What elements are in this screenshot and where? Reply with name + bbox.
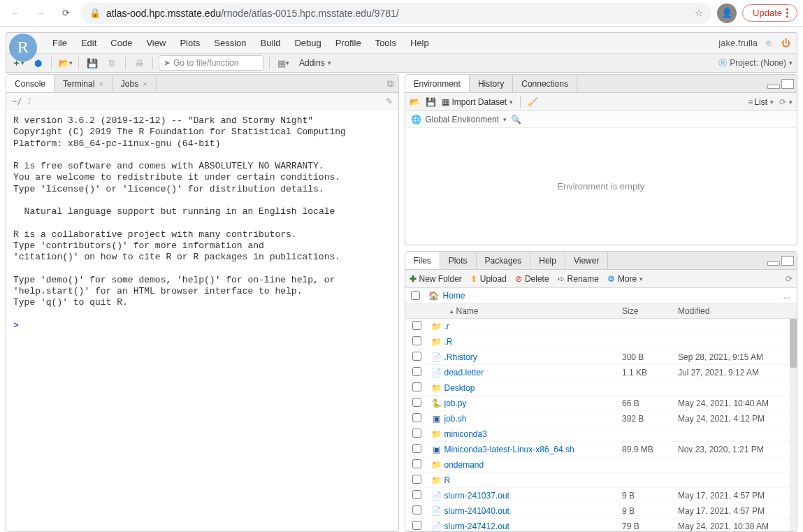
console-output[interactable]: R version 3.6.2 (2019-12-12) -- "Dark an…: [6, 110, 398, 531]
tab-viewer[interactable]: Viewer: [565, 252, 608, 269]
list-view-button[interactable]: ≡ List ▾: [748, 97, 774, 107]
more-button[interactable]: ⚙More ▾: [607, 274, 643, 284]
bookmark-star-icon[interactable]: ☆: [695, 8, 703, 18]
file-row[interactable]: 📄.Rhistory300 BSep 28, 2021, 9:15 AM: [405, 350, 797, 365]
file-checkbox[interactable]: [412, 321, 421, 330]
file-row[interactable]: ▣job.sh392 BMay 24, 2021, 4:12 PM: [405, 411, 797, 426]
menu-code[interactable]: Code: [110, 38, 132, 48]
address-bar[interactable]: 🔒 atlas-ood.hpc.msstate.edu/rnode/atlas-…: [81, 3, 711, 24]
file-checkbox[interactable]: [412, 367, 421, 376]
file-name[interactable]: job.py: [444, 398, 623, 408]
file-checkbox[interactable]: [412, 521, 421, 530]
file-name[interactable]: dead.letter: [444, 368, 623, 378]
update-button[interactable]: Update: [742, 4, 797, 22]
menu-tools[interactable]: Tools: [375, 38, 396, 48]
file-name[interactable]: job.sh: [444, 414, 623, 424]
col-name[interactable]: Name: [456, 306, 479, 316]
power-icon[interactable]: ⏻: [780, 38, 791, 49]
back-button[interactable]: ←: [6, 3, 25, 23]
tab-files[interactable]: Files: [405, 252, 440, 269]
col-size[interactable]: Size: [622, 306, 678, 316]
file-row[interactable]: 📄slurm-247412.out79 BMay 24, 2021, 10:38…: [405, 519, 797, 531]
file-checkbox[interactable]: [412, 505, 421, 515]
menu-debug[interactable]: Debug: [294, 38, 321, 48]
file-name[interactable]: R: [444, 475, 623, 485]
load-workspace-button[interactable]: 📂: [410, 97, 420, 107]
file-name[interactable]: slurm-247412.out: [444, 522, 623, 531]
tab-history[interactable]: History: [470, 75, 513, 92]
grid-icon[interactable]: ▦▾: [275, 55, 291, 71]
pane-window-controls[interactable]: [763, 79, 797, 89]
close-icon[interactable]: ×: [99, 80, 103, 88]
file-name[interactable]: ondemand: [444, 460, 623, 470]
menu-plots[interactable]: Plots: [180, 38, 200, 48]
tab-console[interactable]: Console: [6, 75, 55, 92]
file-name[interactable]: miniconda3: [444, 429, 623, 439]
clear-console-icon[interactable]: ✎: [386, 96, 393, 106]
file-checkbox[interactable]: [412, 352, 421, 361]
files-scrollbar[interactable]: [790, 319, 797, 531]
file-checkbox[interactable]: [412, 444, 421, 453]
file-row[interactable]: ▣Miniconda3-latest-Linux-x86_64.sh89.9 M…: [405, 442, 797, 457]
file-row[interactable]: 📄slurm-241037.out9 BMay 17, 2021, 4:57 P…: [405, 488, 797, 503]
close-icon[interactable]: ×: [143, 80, 147, 88]
console-popout-arrow-icon[interactable]: ⤴: [27, 96, 31, 106]
project-selector[interactable]: Ⓡ Project: (None) ▾: [718, 57, 793, 69]
print-button[interactable]: 🖶: [131, 55, 147, 71]
file-row[interactable]: 🐍job.py66 BMay 24, 2021, 10:40 AM: [405, 396, 797, 411]
save-all-button[interactable]: 🗎: [104, 55, 120, 71]
menu-help[interactable]: Help: [410, 38, 429, 48]
file-name[interactable]: Desktop: [444, 383, 623, 393]
menu-view[interactable]: View: [146, 38, 166, 48]
file-name[interactable]: slurm-241040.out: [444, 506, 623, 516]
forward-button[interactable]: →: [31, 3, 50, 23]
file-checkbox[interactable]: [412, 490, 421, 499]
save-workspace-button[interactable]: 💾: [426, 97, 436, 107]
menu-edit[interactable]: Edit: [81, 38, 96, 48]
file-name[interactable]: .R: [444, 337, 623, 347]
env-search-input[interactable]: 🔍: [511, 115, 521, 124]
file-row[interactable]: 📁.R: [405, 334, 797, 350]
open-file-button[interactable]: 📂▾: [57, 55, 73, 71]
rename-button[interactable]: ➪Rename: [558, 274, 599, 284]
reload-button[interactable]: ⟳: [56, 3, 75, 23]
import-dataset-button[interactable]: ▦ Import Dataset ▾: [442, 97, 514, 107]
file-name[interactable]: .Rhistory: [444, 352, 623, 362]
tab-terminal[interactable]: Terminal×: [55, 75, 113, 92]
save-button[interactable]: 💾: [85, 55, 100, 71]
sign-out-icon[interactable]: ⎋: [763, 38, 774, 49]
tab-connections[interactable]: Connections: [513, 75, 577, 92]
tab-packages[interactable]: Packages: [477, 252, 531, 269]
refresh-env-icon[interactable]: ⟳▾: [779, 97, 793, 107]
file-name[interactable]: .r: [444, 322, 623, 331]
pane-window-controls[interactable]: [763, 256, 797, 266]
select-all-checkbox[interactable]: [411, 291, 420, 300]
breadcrumb-home[interactable]: Home: [443, 291, 465, 301]
popout-icon[interactable]: ⧉: [383, 76, 398, 92]
file-row[interactable]: 📁miniconda3: [405, 426, 797, 442]
file-name[interactable]: slurm-241037.out: [444, 491, 623, 501]
file-checkbox[interactable]: [412, 429, 421, 438]
file-checkbox[interactable]: [412, 382, 421, 391]
file-checkbox[interactable]: [412, 459, 421, 468]
menu-session[interactable]: Session: [214, 38, 246, 48]
tab-environment[interactable]: Environment: [405, 75, 470, 92]
menu-build[interactable]: Build: [261, 38, 281, 48]
file-row[interactable]: 📁ondemand: [405, 457, 797, 473]
refresh-files-icon[interactable]: ⟳: [786, 274, 793, 284]
addins-menu[interactable]: Addins▾: [295, 58, 335, 68]
file-checkbox[interactable]: [412, 475, 421, 484]
menu-profile[interactable]: Profile: [335, 38, 361, 48]
upload-button[interactable]: ⬆Upload: [470, 274, 507, 284]
env-scope-label[interactable]: Global Environment: [426, 115, 499, 124]
file-name[interactable]: Miniconda3-latest-Linux-x86_64.sh: [444, 445, 623, 454]
profile-avatar[interactable]: 👤: [717, 3, 737, 23]
menu-file[interactable]: File: [52, 38, 67, 48]
file-row[interactable]: 📄dead.letter1.1 KBJul 27, 2021, 9:12 AM: [405, 365, 797, 380]
home-icon[interactable]: 🏠: [428, 291, 439, 301]
goto-file-input[interactable]: ➤ Go to file/function: [159, 55, 263, 71]
file-row[interactable]: 📁R: [405, 473, 797, 488]
breadcrumb-more-icon[interactable]: …: [783, 291, 791, 301]
file-checkbox[interactable]: [412, 398, 421, 407]
clear-workspace-icon[interactable]: 🧹: [528, 97, 538, 107]
